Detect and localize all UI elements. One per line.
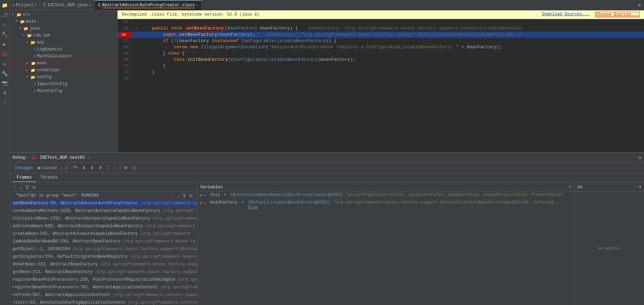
tree-item-bean[interactable]: ▶ 📁 bean (10, 60, 117, 67)
tree-item-importconfig[interactable]: C ImportConfig (10, 81, 117, 88)
toolbar-sep-1 (61, 165, 62, 171)
tab-bar: ⊞ Project ▼ C IOCTest_AOP.java ✕ C Abstr… (10, 0, 644, 10)
frame-down-btn[interactable]: ↓ (176, 192, 180, 199)
frames-down-btn[interactable]: ↓ (18, 184, 23, 190)
frame-label-setbeanfactory: setBeanFactory:50, AbstractAdvisorAutoPr… (13, 201, 197, 206)
file-icon-mathcalc: C (34, 55, 36, 58)
tree-item-comlwk[interactable]: ▼ 📂 com.lwk (10, 32, 117, 39)
run-to-cursor-btn[interactable]: ⤵ (105, 165, 111, 171)
var-equals-beanfactory: = (239, 200, 247, 205)
close-tab-2[interactable]: ✕ (196, 3, 198, 8)
tree-item-java[interactable]: ▼ 📂 java (10, 25, 117, 32)
tree-item-main[interactable]: ▼ 📂 main (10, 18, 117, 25)
frame-up-btn[interactable]: ↑ (171, 192, 175, 199)
code-line-27: 27 if (!(beanFactory instanceof Configur… (118, 38, 644, 44)
frames-filter-btn[interactable]: ⊽ (24, 184, 30, 190)
frame-registerbpp[interactable]: registerBeanPostProcessors:258, PostProc… (10, 276, 197, 283)
frame-refresh[interactable]: refresh:567, AbstractApplicationContext … (10, 291, 197, 299)
main-area: ⊞ Project ▼ C IOCTest_AOP.java ✕ C Abstr… (10, 0, 644, 305)
tree-item-config[interactable]: ▼ 📂 config (10, 74, 117, 81)
content-area: ▼ 📂 src ▼ 📂 main ▼ 📂 java ▼ (10, 10, 644, 152)
line-content-28: throw new IllegalArgumentException("Advi… (140, 44, 644, 50)
camera-icon-btn[interactable]: 📷 (1, 79, 9, 87)
frame-setbeanfactory[interactable]: setBeanFactory:50, AbstractAdvisorAutoPr… (10, 199, 197, 207)
tree-item-logaspects[interactable]: C LogAspects (10, 46, 117, 53)
frame-method-name: setBeanFactory (13, 201, 48, 206)
settings-icon-btn[interactable]: ⚙ (1, 89, 9, 97)
close-tab-1[interactable]: ✕ (89, 3, 91, 7)
vcs-icon-btn[interactable]: ⎇ (1, 11, 9, 19)
evaluate-btn[interactable]: ≈ (112, 165, 119, 171)
frame-initializebean[interactable]: initializeBean:1791, AbstractAutowireCap… (10, 215, 197, 222)
var-link-view[interactable]: View (248, 205, 258, 210)
folder-icon-main: 📂 (20, 19, 25, 24)
tree-item-mainconfig[interactable]: C MainConfig (10, 88, 117, 94)
watches-expand-icon[interactable]: ▼ (639, 185, 641, 189)
tools-icon-btn[interactable]: 🔧 (1, 69, 9, 77)
var-icon-this: ▪ (204, 192, 206, 197)
debug-close-btn[interactable]: ✕ (88, 156, 90, 160)
file-tab-2[interactable]: C AbstractAdvisorAutoProxyCreator.class … (95, 0, 202, 10)
line-gutter-26: ● (133, 32, 140, 38)
table-view-btn[interactable]: ⊞ (122, 165, 130, 171)
project-tab-icon: ⊞ (13, 3, 15, 7)
frame-invokeaware[interactable]: invokeAwareMethods:1826, AbstractAutowir… (10, 207, 197, 215)
debug-gear-icon[interactable]: ⚙ (638, 155, 641, 160)
frame-filter-icon[interactable]: ⊽ (182, 192, 187, 199)
tab-settings-icon[interactable]: ⚙ (637, 2, 641, 9)
file-icon-logaspects: C (34, 48, 36, 51)
debugger-tab-btn[interactable]: Debugger (13, 165, 35, 171)
debug-session-label[interactable]: IOCTest_AOP.test01 (40, 155, 85, 160)
java-file-icon-1: C (43, 3, 46, 8)
debug-icon-btn[interactable]: 🐞 (1, 50, 9, 58)
project-tab[interactable]: ⊞ Project ▼ (10, 0, 40, 10)
download-sources-link[interactable]: Download Sources... (542, 12, 590, 17)
frame-running[interactable]: ✓ "main"@1 in group "main": RUNNING ↑ ↓ … (10, 192, 197, 199)
step-into-btn[interactable]: ⬇ (80, 165, 88, 171)
console-icon: ▶ (38, 165, 41, 170)
frames-copy-btn[interactable]: ⊳ (31, 184, 38, 190)
force-step-into-btn[interactable]: ⬇ (88, 165, 96, 171)
frame-dogetbean[interactable]: doGetBean:333, AbstractBeanFactory (org.… (10, 261, 197, 268)
tab-threads[interactable]: Threads (36, 174, 62, 182)
frame-getsingleton[interactable]: getSingleton:234, DefaultSingletonBeanRe… (10, 253, 197, 261)
frame-getobject[interactable]: getObject:-1, 195381554 (org.springframe… (10, 245, 197, 253)
build-icon-btn[interactable]: 🔨 (1, 31, 9, 38)
project-icon-btn[interactable]: 📁 (1, 1, 9, 9)
frame-lambda[interactable]: lambda$doGetBean$0:335, AbstractBeanFact… (10, 238, 197, 245)
frame-copy-icon[interactable]: ⊳ (188, 192, 194, 199)
line-num-24: 24 (118, 19, 131, 25)
step-out-btn[interactable]: ⬆ (97, 165, 104, 171)
code-editor[interactable]: 24 25 ↑ public void setBeanFactory(BeanF… (118, 19, 644, 152)
frames-up-btn[interactable]: ↑ (13, 184, 17, 190)
tree-item-aop[interactable]: ▼ 📂 aop (10, 39, 117, 46)
tree-item-src[interactable]: ▼ 📂 src (10, 11, 117, 18)
frame-docreatebean[interactable]: doCreateBean:620, AbstractAutowireCapabl… (10, 222, 197, 230)
frame-getbean[interactable]: getBean:213, AbstractBeanFactory (org.sp… (10, 268, 197, 276)
step-over-btn[interactable]: ↷ (71, 164, 79, 172)
frame-class-invokeaware: (org.springfr (163, 208, 195, 213)
console-tab-btn[interactable]: ▶ Console (36, 165, 59, 171)
frame-init[interactable]: <init>:93, AnnotationConfigApplicationCo… (10, 299, 197, 305)
var-beanfactory[interactable]: ▶ ▪ beanFactory = {DefaultListableBeanFa… (198, 199, 574, 211)
variables-list: ▶ ▪ this = {AnnotationAwareAspectJAutoPr… (198, 192, 574, 305)
frames-panel: ↑ ↓ ⊽ ⊳ ✓ "main"@1 in group "main": RUNN… (10, 183, 198, 305)
arrow-aop: ▼ (26, 41, 30, 44)
show-frames-btn[interactable]: ≡ (63, 165, 70, 171)
code-line-31: 31 } (118, 63, 644, 69)
choose-sources-link[interactable]: Choose Sources... (595, 12, 640, 17)
project-tab-label: Project (16, 3, 33, 8)
tree-item-mathcalc[interactable]: C MathCalculator (10, 53, 117, 60)
tab-frames[interactable]: Frames (13, 174, 36, 182)
tree-item-condition[interactable]: ▶ 📁 condition (10, 67, 117, 74)
run-icon-btn[interactable]: ▶ (1, 40, 9, 48)
frame-registerbpp2[interactable]: registerBeanPostProcessors:762, Abstract… (10, 283, 197, 291)
file-tab-1[interactable]: C IOCTest_AOP.java ✕ (40, 0, 95, 10)
variables-add-btn[interactable]: + (568, 184, 572, 190)
todo-icon-btn[interactable]: ✓ (1, 21, 9, 28)
var-this[interactable]: ▶ ▪ this = {AnnotationAwareAspectJAutoPr… (198, 192, 574, 199)
bookmark-icon-btn[interactable]: ★ (1, 60, 9, 67)
frame-createbean[interactable]: createBean:542, AbstractAutowireCapableB… (10, 230, 197, 238)
git-icon-btn[interactable]: ⑂ (1, 99, 9, 106)
restore-layout-btn[interactable]: ⊡ (130, 165, 138, 171)
